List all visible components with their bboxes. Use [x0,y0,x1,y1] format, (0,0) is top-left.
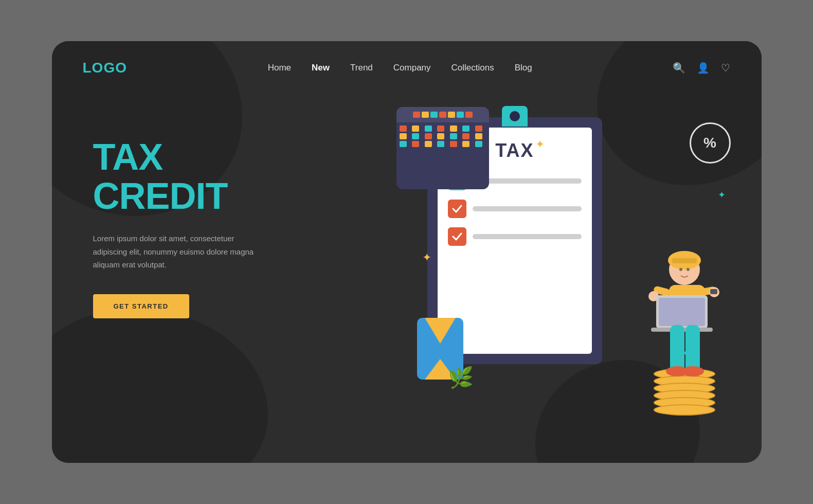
cal-cell [422,112,429,118]
clipboard-clip [502,106,528,127]
cal-cell [439,112,446,118]
nav-item-company[interactable]: Company [393,63,431,73]
checkbox-orange-2 [448,227,466,246]
logo: LOGO [83,60,127,76]
hero-title-line1: TAX [93,136,163,177]
svg-rect-2 [672,258,697,263]
heart-icon[interactable]: ♡ [721,62,730,74]
hero-description: Lorem ipsum dolor sit amet, consectetuer… [93,232,258,272]
nav-item-collections[interactable]: Collections [451,63,494,73]
cal-cell [413,112,420,118]
calendar [396,107,489,189]
sparkle-icon-1: ✦ [535,138,545,151]
coin-6 [654,404,715,416]
cal-cell [457,112,464,118]
svg-rect-9 [659,298,705,326]
percent-icon: % [690,122,731,164]
plant-icon: 🌿 [448,366,474,390]
svg-point-15 [679,268,682,271]
hero-title: TAX CREDIT [93,138,396,215]
cal-cell [465,112,473,118]
get-started-button[interactable]: GET STARTED [93,294,189,318]
svg-rect-17 [710,289,717,294]
nav-links: Home New Trend Company Collections Blog [268,63,532,73]
hero-left: TAX CREDIT Lorem ipsum dolor sit amet, c… [93,107,396,318]
checklist-item-3 [448,227,582,246]
sparkle-icon-2: ✦ [422,251,431,264]
cal-cell [448,112,455,118]
checklist-line [473,234,582,239]
main-card: LOGO Home New Trend Company Collections … [52,41,762,463]
svg-point-14 [681,366,704,376]
calendar-header [396,107,489,122]
svg-point-16 [686,268,690,271]
hero-title-line2: CREDIT [93,175,228,217]
checklist-item-2 [448,200,582,218]
person-figure [628,244,731,400]
checkbox-orange-1 [448,200,466,218]
cal-cell [430,112,438,118]
svg-rect-11 [670,325,684,371]
nav-item-blog[interactable]: Blog [515,63,532,73]
sparkle-icon-3: ✦ [718,189,726,201]
main-content: TAX CREDIT Lorem ipsum dolor sit amet, c… [52,76,762,446]
nav-item-trend[interactable]: Trend [350,63,373,73]
nav-icons: 🔍 👤 ♡ [673,62,730,74]
nav-item-home[interactable]: Home [268,63,291,73]
checklist-line [473,206,582,211]
navbar: LOGO Home New Trend Company Collections … [52,41,762,76]
search-icon[interactable]: 🔍 [673,62,685,74]
svg-rect-12 [685,325,700,371]
calendar-body [396,122,489,150]
illustration: TAX [396,107,731,441]
nav-item-new[interactable]: New [312,63,330,73]
hourglass-sand-top [425,318,456,344]
user-icon[interactable]: 👤 [697,62,710,74]
